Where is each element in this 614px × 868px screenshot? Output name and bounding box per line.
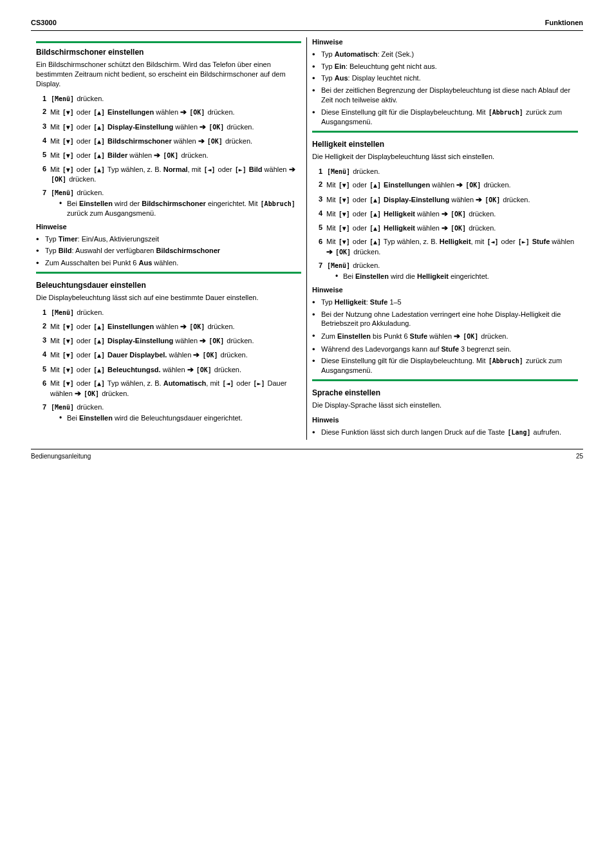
ok-icon: [OK] <box>189 108 205 117</box>
step-inner-list: Bei Einstellen wird der Bildschirmschone… <box>50 199 301 218</box>
left-icon: [◄] <box>486 238 499 247</box>
up-icon: [▲] <box>93 123 106 132</box>
down-icon: [▼] <box>338 210 351 219</box>
up-icon: [▲] <box>93 351 106 360</box>
section-intro-screensaver: Ein Bildschirmschoner schützt den Bildsc… <box>36 60 301 89</box>
arrow-icon: ➔ <box>193 350 200 359</box>
ok-icon: [OK] <box>335 248 351 257</box>
arrow-icon: ➔ <box>200 122 206 131</box>
arrow-icon: ➔ <box>454 332 460 341</box>
step-item: Mit [▼] oder [▲] Typ wählen, z. B. Autom… <box>36 379 301 399</box>
lang-icon: [Lang] <box>507 428 531 437</box>
down-icon: [▼] <box>62 137 75 146</box>
down-icon: [▼] <box>62 351 75 360</box>
up-icon: [▲] <box>93 108 106 117</box>
step-item: [Menü] drücken.Bei Einstellen wird die H… <box>312 261 578 281</box>
note-item: Typ Timer: Ein/Aus, Aktivierungszeit <box>36 234 301 244</box>
step-inner-item: Bei Einstellen wird die Beleuchtungsdaue… <box>59 413 301 423</box>
note-item: Diese Einstellung gilt für die Displaybe… <box>312 356 578 375</box>
step-item: [Menü] drücken. <box>36 308 301 317</box>
note-item: Typ Aus: Display leuchtet nicht. <box>312 73 578 83</box>
up-icon: [▲] <box>369 224 382 233</box>
left-icon: [◄] <box>221 379 234 388</box>
note-item: Während des Ladevorgangs kann auf Stufe … <box>312 344 578 354</box>
down-icon: [▼] <box>62 379 75 388</box>
footer-page-number: 25 <box>576 452 583 461</box>
step-item: Mit [▼] oder [▲] Typ wählen, z. B. Helli… <box>312 237 578 257</box>
up-icon: [▲] <box>93 379 106 388</box>
notes-a: Typ Timer: Ein/Aus, AktivierungszeitTyp … <box>36 234 301 269</box>
down-icon: [▼] <box>338 196 351 205</box>
arrow-icon: ➔ <box>187 365 194 374</box>
step-item: Mit [▼] oder [▲] Display-Einstellung wäh… <box>36 335 301 346</box>
cancel-icon: [Abbruch] <box>260 200 296 209</box>
step-item: Mit [▼] oder [▲] Einstellungen wählen ➔ … <box>312 180 578 190</box>
down-icon: [▼] <box>62 323 75 332</box>
content-columns: Bildschirmschoner einstellen Ein Bildsch… <box>31 37 583 440</box>
note-item: Zum Einstellen bis Punkt 6 Stufe wählen … <box>312 331 578 341</box>
down-icon: [▼] <box>62 366 75 375</box>
section-title-screensaver: Bildschirmschoner einstellen <box>36 41 301 57</box>
ok-icon: [OK] <box>162 151 179 160</box>
steps-brightness: [Menü] drücken.Mit [▼] oder [▲] Einstell… <box>312 167 578 281</box>
step-item: Mit [▼] oder [▲] Helligkeit wählen ➔ [OK… <box>312 209 578 219</box>
arrow-icon: ➔ <box>198 137 205 146</box>
ok-icon: [OK] <box>450 224 467 233</box>
step-inner-item: Bei Einstellen wird der Bildschirmschone… <box>59 199 301 218</box>
arrow-icon: ➔ <box>154 151 160 160</box>
right-icon: [►] <box>517 238 530 247</box>
section-intro-backlight: Die Displaybeleuchtung lässt sich auf ei… <box>36 293 301 303</box>
step-item: [Menü] drücken. <box>36 94 301 104</box>
menu-icon: [Menü] <box>50 95 75 104</box>
notes-label-a: Hinweise <box>36 222 301 232</box>
up-icon: [▲] <box>369 210 382 219</box>
step-item: Mit [▼] oder [▲] Einstellungen wählen ➔ … <box>36 321 301 332</box>
note-item: Typ Ein: Beleuchtung geht nicht aus. <box>312 62 578 71</box>
arrow-icon: ➔ <box>289 165 295 174</box>
ok-icon: [OK] <box>484 196 501 205</box>
step-item: Mit [▼] oder [▲] Typ wählen, z. B. Norma… <box>36 164 301 184</box>
section-title-language: Sprache einstellen <box>312 388 578 398</box>
step-item: Mit [▼] oder [▲] Bilder wählen ➔ [OK] dr… <box>36 150 301 160</box>
section-title-backlight: Beleuchtungsdauer einstellen <box>36 280 301 290</box>
menu-icon: [Menü] <box>50 308 75 317</box>
section-intro-language: Die Display-Sprache lässt sich einstelle… <box>312 401 578 410</box>
page-header: CS3000 Funktionen <box>31 18 583 31</box>
step-item: Mit [▼] oder [▲] Display-Einstellung wäh… <box>36 122 301 132</box>
ok-icon: [OK] <box>462 332 479 341</box>
arrow-icon: ➔ <box>180 322 187 331</box>
page-footer: Bedienungsanleitung 25 <box>31 449 583 461</box>
ok-icon: [OK] <box>50 175 67 184</box>
step-item: Mit [▼] oder [▲] Einstellungen wählen ➔ … <box>36 107 301 117</box>
note-item: Diese Einstellung gilt für die Displaybe… <box>312 108 578 127</box>
step-item: Mit [▼] oder [▲] Helligkeit wählen ➔ [OK… <box>312 223 578 233</box>
note-item: Zum Ausschalten bei Punkt 6 Aus wählen. <box>36 258 301 268</box>
ok-icon: [OK] <box>196 366 212 375</box>
ok-icon: [OK] <box>208 337 225 346</box>
down-icon: [▼] <box>62 108 75 117</box>
up-icon: [▲] <box>369 238 382 247</box>
menu-icon: [Menü] <box>50 189 75 198</box>
left-column: Bildschirmschoner einstellen Ein Bildsch… <box>31 37 307 440</box>
step-item: [Menü] drücken. <box>312 167 578 176</box>
down-icon: [▼] <box>62 337 75 346</box>
step-inner-item: Bei Einstellen wird die Helligkeit einge… <box>335 272 578 281</box>
step-item: Mit [▼] oder [▲] Dauer Displaybel. wähle… <box>36 350 301 360</box>
note-item: Diese Funktion lässt sich durch langen D… <box>312 428 578 437</box>
arrow-icon: ➔ <box>476 195 482 204</box>
up-icon: [▲] <box>369 181 382 190</box>
down-icon: [▼] <box>338 224 351 233</box>
arrow-icon: ➔ <box>326 247 333 256</box>
step-item: [Menü] drücken.Bei Einstellen wird die B… <box>36 402 301 423</box>
notes-b: Typ Automatisch: Zeit (Sek.)Typ Ein: Bel… <box>312 50 578 127</box>
up-icon: [▲] <box>369 196 382 205</box>
up-icon: [▲] <box>93 366 106 375</box>
ok-icon: [OK] <box>83 390 100 399</box>
left-icon: [◄] <box>203 165 216 175</box>
cancel-icon: [Abbruch] <box>488 108 524 117</box>
step-inner-list: Bei Einstellen wird die Beleuchtungsdaue… <box>50 413 301 423</box>
arrow-icon: ➔ <box>442 223 448 232</box>
up-icon: [▲] <box>93 137 106 146</box>
note-item: Typ Automatisch: Zeit (Sek.) <box>312 50 578 59</box>
footer-doc-type: Bedienungsanleitung <box>31 452 91 461</box>
